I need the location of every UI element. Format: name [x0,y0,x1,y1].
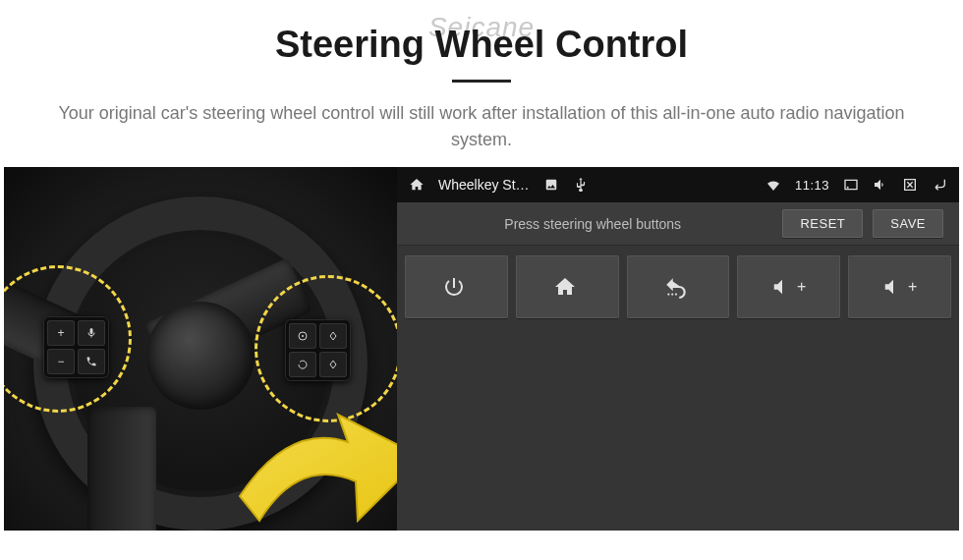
wheel-button-plus[interactable]: + [47,320,75,346]
save-button[interactable]: SAVE [873,209,943,238]
disc-icon [297,330,309,342]
cast-icon[interactable] [843,177,859,193]
volume-icon [771,276,793,298]
status-bar: Wheelkey St… 11:13 [397,167,959,202]
toolbar-hint: Press steering wheel buttons [413,216,772,232]
power-icon [442,275,466,299]
wheel-hub [146,302,255,410]
close-icon[interactable] [902,177,918,193]
assignment-tile-row: + + [397,246,959,328]
title-underline [452,80,511,83]
tile-volume-up-2[interactable]: + [848,255,951,318]
tile-power[interactable] [405,255,508,318]
tile-label: + [797,278,806,296]
loop-icon [297,359,309,370]
wheel-button-minus[interactable]: − [47,349,75,374]
wheel-spoke [87,407,156,532]
empty-area [397,328,959,531]
wheel-button-up[interactable] [319,323,347,349]
wheel-button-voice[interactable] [78,320,105,346]
wheel-button-phone[interactable] [78,349,105,374]
svg-point-2 [847,187,849,189]
phone-icon [85,356,97,367]
reset-button[interactable]: RESET [782,209,863,238]
back-icon [663,274,689,300]
svg-point-5 [675,294,677,296]
diamond-up-icon [327,330,339,342]
wheel-button-source[interactable] [289,323,316,349]
svg-point-1 [302,335,304,337]
status-clock: 11:13 [795,178,829,193]
voice-icon [85,327,97,339]
head-unit-screen: Wheelkey St… 11:13 [397,167,959,531]
return-icon[interactable] [932,177,947,193]
mute-icon[interactable] [873,177,888,193]
page-title: Steering Wheel Control [20,24,943,66]
tile-home[interactable] [516,255,619,318]
tile-label: + [908,278,917,296]
volume-icon [882,276,904,298]
steering-wheel-illustration: + − [4,167,397,531]
usb-icon [573,177,589,193]
wheel-keypad-right [285,319,351,381]
home-icon [553,275,577,299]
wheel-keypad-left: + − [43,316,109,378]
status-app-title: Wheelkey St… [438,177,530,193]
svg-point-4 [671,294,673,296]
wifi-icon [765,177,781,193]
tile-volume-up-1[interactable]: + [737,255,840,318]
home-icon[interactable] [409,177,425,193]
wheel-button-down[interactable] [319,352,347,377]
wheel-button-loop[interactable] [289,352,316,377]
diamond-down-icon [327,359,339,370]
page-subtitle: Your original car's steering wheel contr… [49,100,914,153]
wheelkey-toolbar: Press steering wheel buttons RESET SAVE [397,202,959,246]
tile-back[interactable] [627,255,730,318]
picture-icon [543,177,559,193]
svg-point-3 [667,294,669,296]
